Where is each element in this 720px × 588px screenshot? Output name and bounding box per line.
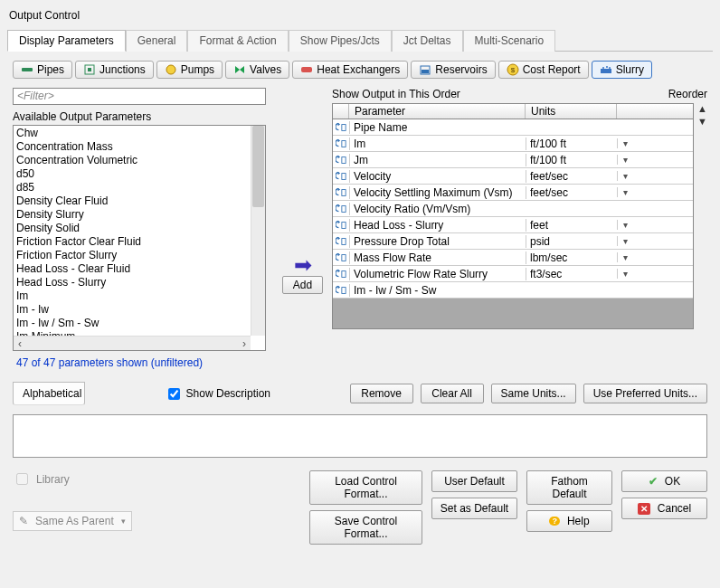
table-row[interactable]: Velocity Settling Maximum (Vsm)feet/sec▾ bbox=[333, 185, 693, 201]
list-item[interactable]: d85 bbox=[16, 181, 248, 194]
table-row[interactable]: Volumetric Flow Rate Slurryft3/sec▾ bbox=[333, 266, 693, 282]
list-item[interactable]: Density Slurry bbox=[16, 208, 248, 222]
filter-input[interactable]: <Filter> bbox=[13, 88, 266, 105]
svg-rect-30 bbox=[342, 238, 346, 244]
table-row[interactable]: Velocityfeet/sec▾ bbox=[333, 168, 693, 185]
pumps-icon bbox=[165, 63, 177, 76]
list-item[interactable]: Friction Factor Clear Fluid bbox=[16, 235, 248, 249]
chevron-down-icon: ▾ bbox=[121, 517, 126, 526]
list-item[interactable]: Concentration Volumetric bbox=[16, 154, 248, 167]
cat-pumps[interactable]: Pumps bbox=[156, 61, 223, 79]
units-dropdown[interactable]: ▾ bbox=[617, 220, 633, 230]
header-parameter[interactable]: Parameter bbox=[349, 104, 526, 119]
user-default-button[interactable]: User Default bbox=[431, 470, 517, 492]
svg-rect-6 bbox=[301, 67, 312, 72]
tab-display-parameters[interactable]: Display Parameters bbox=[7, 30, 126, 52]
cat-reservoirs[interactable]: Reservoirs bbox=[411, 61, 495, 79]
table-row[interactable]: Im - Iw / Sm - Sw bbox=[333, 282, 693, 299]
cat-valves[interactable]: Valves bbox=[225, 61, 289, 79]
cat-pipes[interactable]: Pipes bbox=[13, 61, 72, 79]
list-item[interactable]: Concentration Mass bbox=[16, 140, 248, 154]
header-units[interactable]: Units bbox=[526, 104, 617, 119]
list-item[interactable]: Head Loss - Clear Fluid bbox=[16, 262, 248, 276]
table-row[interactable]: Velocity Ratio (Vm/Vsm) bbox=[333, 201, 693, 217]
list-item[interactable]: Im - Iw bbox=[16, 303, 248, 317]
remove-button[interactable]: Remove bbox=[350, 384, 413, 403]
cat-heat-exchangers[interactable]: Heat Exchangers bbox=[292, 61, 408, 79]
cat-junctions[interactable]: Junctions bbox=[75, 61, 154, 79]
svg-marker-15 bbox=[338, 122, 341, 125]
svg-marker-25 bbox=[338, 204, 341, 206]
slurry-icon bbox=[600, 63, 612, 76]
chevron-down-icon: ▾ bbox=[623, 252, 628, 262]
table-row[interactable]: Mass Flow Ratelbm/sec▾ bbox=[333, 250, 693, 266]
same-as-parent-dropdown[interactable]: ✎ Same As Parent ▾ bbox=[13, 511, 132, 531]
cell-parameter: Volumetric Flow Rate Slurry bbox=[349, 268, 526, 280]
same-units-button[interactable]: Same Units... bbox=[491, 384, 576, 403]
units-dropdown[interactable]: ▾ bbox=[617, 236, 633, 246]
table-row[interactable]: Jmft/100 ft▾ bbox=[333, 152, 693, 168]
alphabetical-tab[interactable]: Alphabetical bbox=[13, 382, 85, 405]
table-row[interactable]: Head Loss - Slurryfeet▾ bbox=[333, 217, 693, 233]
svg-rect-8 bbox=[422, 70, 429, 73]
cell-units: lbm/sec bbox=[526, 251, 617, 264]
table-row[interactable]: Imft/100 ft▾ bbox=[333, 136, 693, 152]
vertical-scrollbar[interactable] bbox=[251, 126, 265, 336]
available-list[interactable]: ChwConcentration MassConcentration Volum… bbox=[13, 125, 266, 351]
add-column: ➡ Add bbox=[282, 174, 323, 375]
cell-units: feet/sec bbox=[526, 170, 617, 183]
show-description-checkbox[interactable] bbox=[168, 388, 180, 400]
cell-units: feet bbox=[526, 219, 617, 232]
units-dropdown[interactable]: ▾ bbox=[617, 187, 633, 197]
units-dropdown[interactable]: ▾ bbox=[617, 171, 633, 181]
help-icon: ? bbox=[549, 517, 560, 526]
cat-slurry[interactable]: Slurry bbox=[592, 61, 652, 79]
ok-button[interactable]: ✔OK bbox=[621, 470, 707, 492]
list-item[interactable]: Density Clear Fluid bbox=[16, 194, 248, 208]
table-row[interactable]: Pipe Name bbox=[333, 119, 693, 136]
cell-parameter: Im bbox=[349, 138, 526, 150]
tab-show-pipes-jcts[interactable]: Show Pipes/Jcts bbox=[289, 30, 392, 52]
list-item[interactable]: Friction Factor Slurry bbox=[16, 249, 248, 262]
svg-point-12 bbox=[602, 67, 604, 69]
cell-units: feet/sec bbox=[526, 186, 617, 199]
clear-all-button[interactable]: Clear All bbox=[421, 384, 484, 403]
fathom-default-button[interactable]: Fathom Default bbox=[526, 470, 612, 505]
units-dropdown[interactable]: ▾ bbox=[617, 138, 633, 148]
save-control-format-button[interactable]: Save Control Format... bbox=[309, 510, 422, 545]
load-control-format-button[interactable]: Load Control Format... bbox=[309, 470, 422, 505]
tab-jct-deltas[interactable]: Jct Deltas bbox=[392, 30, 463, 52]
heat-exchangers-icon bbox=[300, 63, 313, 76]
list-item[interactable]: Im - Iw / Sm - Sw bbox=[16, 317, 248, 330]
list-item[interactable]: d50 bbox=[16, 167, 248, 181]
horizontal-scrollbar[interactable]: ‹› bbox=[14, 336, 251, 350]
list-item[interactable]: Chw bbox=[16, 127, 248, 140]
tab-general[interactable]: General bbox=[126, 30, 188, 52]
svg-point-14 bbox=[609, 67, 611, 69]
svg-text:$: $ bbox=[510, 66, 515, 74]
cancel-button[interactable]: ✕Cancel bbox=[621, 498, 707, 519]
units-dropdown[interactable]: ▾ bbox=[617, 252, 633, 262]
tab-format-action[interactable]: Format & Action bbox=[187, 30, 288, 52]
list-item[interactable]: Im bbox=[16, 289, 248, 303]
move-down-button[interactable]: ▼ bbox=[697, 116, 707, 127]
units-dropdown[interactable]: ▾ bbox=[617, 269, 633, 279]
units-dropdown[interactable]: ▾ bbox=[617, 155, 633, 165]
row-icon bbox=[333, 204, 349, 214]
svg-marker-19 bbox=[338, 155, 341, 157]
tab-bar: Display Parameters General Format & Acti… bbox=[7, 29, 713, 52]
library-checkbox bbox=[16, 473, 28, 485]
tab-multi-scenario[interactable]: Multi-Scenario bbox=[463, 30, 556, 52]
use-preferred-units-button[interactable]: Use Preferred Units... bbox=[583, 384, 707, 403]
cell-units: psid bbox=[526, 235, 617, 248]
list-item[interactable]: Density Solid bbox=[16, 222, 248, 235]
help-button[interactable]: ?Help bbox=[526, 510, 612, 532]
reorder-label: Reorder bbox=[668, 88, 707, 100]
set-as-default-button[interactable]: Set as Default bbox=[431, 498, 517, 519]
move-up-button[interactable]: ▲ bbox=[697, 103, 707, 114]
list-item[interactable]: Head Loss - Slurry bbox=[16, 276, 248, 289]
row-icon bbox=[333, 187, 349, 198]
cat-cost-report[interactable]: $Cost Report bbox=[498, 61, 589, 79]
table-row[interactable]: Pressure Drop Totalpsid▾ bbox=[333, 233, 693, 250]
add-button[interactable]: Add bbox=[282, 276, 323, 294]
